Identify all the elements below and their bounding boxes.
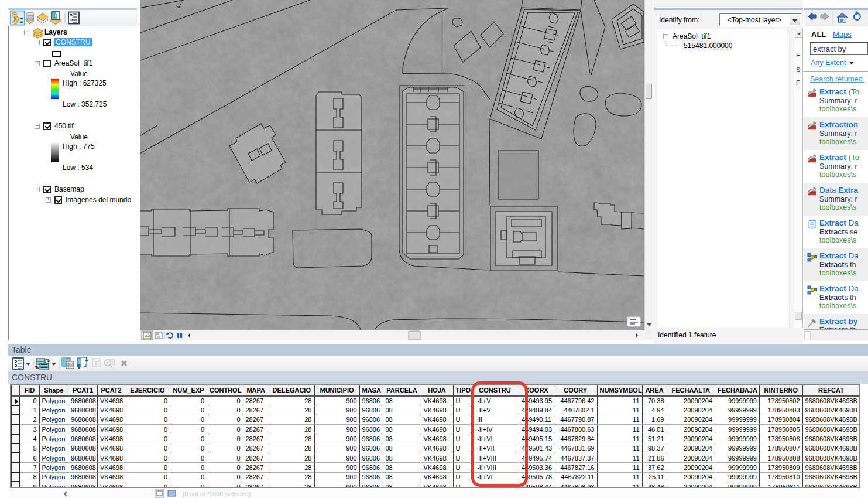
- svg-text:(0 out of *1000 Selected): (0 out of *1000 Selected): [183, 490, 251, 497]
